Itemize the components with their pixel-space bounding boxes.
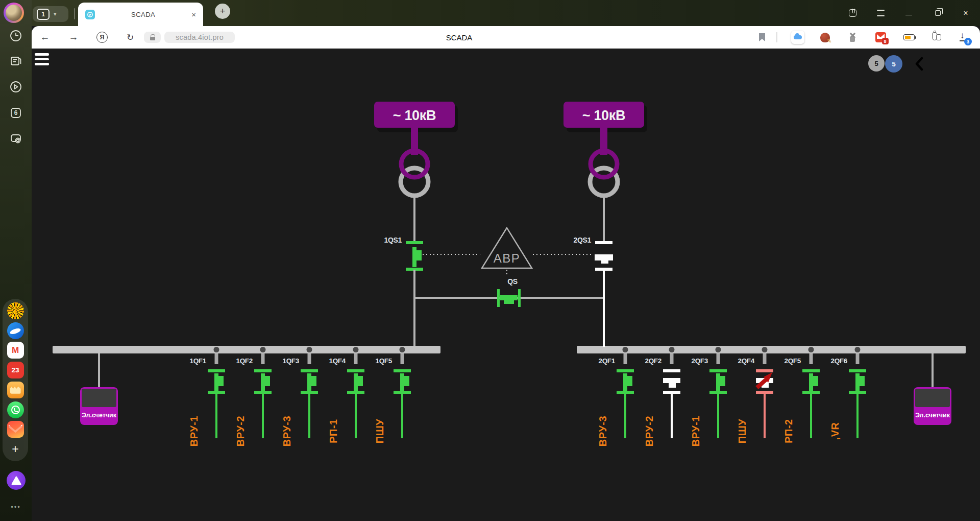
window-close-button[interactable]: × (955, 0, 976, 26)
incomer-switch-1QS1-bar-top[interactable] (406, 241, 423, 244)
breaker-blade-tab[interactable] (627, 376, 632, 386)
whatsapp-icon[interactable] (7, 401, 24, 418)
breaker-blade-tab[interactable] (311, 376, 316, 386)
breaker-blade-closed[interactable] (214, 373, 218, 391)
tab-close-icon[interactable]: × (191, 10, 196, 19)
downloads-button[interactable]: ↓ 3 (957, 26, 972, 49)
extension-mill-icon[interactable] (845, 26, 860, 49)
yandex-home-icon[interactable]: Я (93, 26, 111, 49)
add-app-button[interactable]: + (7, 441, 24, 458)
screen-capture-icon[interactable] (0, 132, 32, 145)
tie-switch-blade-tab[interactable] (504, 300, 514, 304)
reload-button[interactable]: ↻ (121, 26, 139, 49)
extension-mascot-icon[interactable] (818, 26, 832, 49)
breaker-bar-bottom[interactable] (802, 391, 820, 394)
breaker-bar-bottom[interactable] (663, 391, 680, 394)
breaker-bar-top[interactable] (709, 369, 727, 372)
breaker-blade-tab[interactable] (860, 376, 865, 386)
gmail-icon[interactable]: M (7, 342, 24, 359)
feeder-breaker-label: 2QF4 (738, 357, 754, 365)
breaker-blade-tab[interactable] (218, 376, 224, 386)
breaker-blade-tab[interactable] (669, 383, 676, 388)
breaker-bar-top[interactable] (347, 369, 364, 372)
market-app-icon[interactable] (7, 382, 24, 398)
browser-menu-icon[interactable] (870, 0, 891, 26)
active-tab[interactable]: SCADA × (78, 3, 203, 26)
calendar-icon[interactable]: 23 (7, 362, 24, 378)
scada-page: 5 5 ~ 10кВ1QS1~ 10кВ2QS1АВРQS1QF1ВРУ-11Q… (32, 49, 980, 521)
feeder-stub (670, 353, 674, 364)
breaker-bar-top[interactable] (617, 369, 634, 372)
new-tab-button[interactable]: + (215, 4, 230, 19)
forward-button[interactable]: → (64, 26, 83, 49)
tab-group-chip[interactable]: 1 ▾ (33, 6, 68, 22)
breaker-blade-closed[interactable] (623, 373, 627, 391)
tabs-panel-icon[interactable] (842, 0, 863, 26)
bookmark-icon[interactable] (756, 26, 768, 49)
breaker-bar-bottom[interactable] (208, 391, 225, 394)
breaker-blade-closed[interactable] (261, 373, 265, 391)
alarm-badge-blue[interactable]: 5 (885, 55, 902, 73)
incomer-line-lower (413, 270, 415, 347)
breaker-blade-open[interactable] (663, 378, 680, 383)
breaker-bar-bottom[interactable] (394, 391, 411, 394)
alice-assistant-icon[interactable] (7, 471, 26, 490)
breaker-blade-tab[interactable] (720, 376, 725, 386)
minimize-button[interactable] (898, 0, 919, 26)
battery-icon[interactable] (901, 26, 917, 49)
breaker-bar-bottom[interactable] (301, 391, 318, 394)
breaker-blade-tab[interactable] (358, 376, 363, 386)
breaker-bar-top[interactable] (208, 369, 225, 372)
breaker-bar-bottom[interactable] (347, 391, 364, 394)
incomer-switch-1QS1-blade[interactable] (412, 247, 416, 267)
alarm-badge-gray[interactable]: 5 (868, 55, 885, 72)
breaker-bar-top[interactable] (663, 369, 680, 372)
maximize-button[interactable] (927, 0, 948, 26)
tab-count-icon[interactable]: 6 (0, 106, 32, 120)
incomer-switch-1QS1-blade-tab[interactable] (416, 250, 422, 260)
breaker-blade-tab[interactable] (813, 376, 818, 386)
breaker-blade-closed[interactable] (855, 373, 860, 391)
sidebar-more-icon[interactable]: ••• (0, 503, 32, 511)
browser-app-icon[interactable] (7, 322, 24, 339)
breaker-bar-bottom[interactable] (756, 391, 773, 394)
incomer-switch-2QS1-blade-tab[interactable] (601, 260, 608, 264)
breaker-bar-bottom[interactable] (617, 391, 634, 394)
history-icon[interactable] (0, 29, 32, 42)
breaker-blade-tab[interactable] (265, 376, 270, 386)
breaker-blade-tab[interactable] (404, 376, 409, 386)
ssl-lock-icon[interactable] (144, 32, 161, 43)
breaker-blade-closed[interactable] (307, 373, 311, 391)
breaker-bar-top[interactable] (394, 369, 411, 372)
tie-switch-blade[interactable] (500, 295, 518, 300)
profile-avatar[interactable] (4, 3, 24, 23)
address-bar[interactable]: scada.4iot.pro (164, 32, 235, 43)
breaker-blade-closed[interactable] (809, 373, 813, 391)
tie-switch-bar-left[interactable] (497, 289, 500, 307)
breaker-blade-closed[interactable] (354, 373, 358, 391)
yandex-mail-icon[interactable] (7, 421, 24, 438)
breaker-bar-bottom[interactable] (254, 391, 272, 394)
incomer-switch-2QS1-bar-top[interactable] (595, 241, 612, 244)
breaker-blade-closed[interactable] (716, 373, 720, 391)
breaker-bar-top[interactable] (849, 369, 866, 372)
breaker-bar-top[interactable] (301, 369, 318, 372)
feeder-line (717, 394, 719, 438)
tie-switch-bar-right[interactable] (518, 289, 521, 307)
cloud-sync-icon[interactable] (790, 26, 805, 49)
breaker-bar-top[interactable] (756, 369, 773, 372)
breaker-bar-bottom[interactable] (849, 391, 866, 394)
incomer-switch-2QS1-blade[interactable] (595, 254, 613, 260)
breaker-bar-top[interactable] (802, 369, 820, 372)
feeder-load-label: ПШУ (374, 419, 385, 443)
feeder-load-label: ВРУ-2 (644, 416, 655, 446)
breaker-bar-top[interactable] (254, 369, 272, 372)
back-button[interactable]: ← (36, 26, 54, 49)
yandex-mail-toolbar-icon[interactable]: 8 (873, 26, 888, 49)
play-icon[interactable] (0, 80, 32, 93)
feed-icon[interactable] (0, 55, 32, 68)
keys-extension-icon[interactable] (929, 26, 944, 49)
breaker-bar-bottom[interactable] (709, 391, 727, 394)
breaker-blade-closed[interactable] (400, 373, 404, 391)
sunburst-app-icon[interactable] (7, 302, 24, 319)
